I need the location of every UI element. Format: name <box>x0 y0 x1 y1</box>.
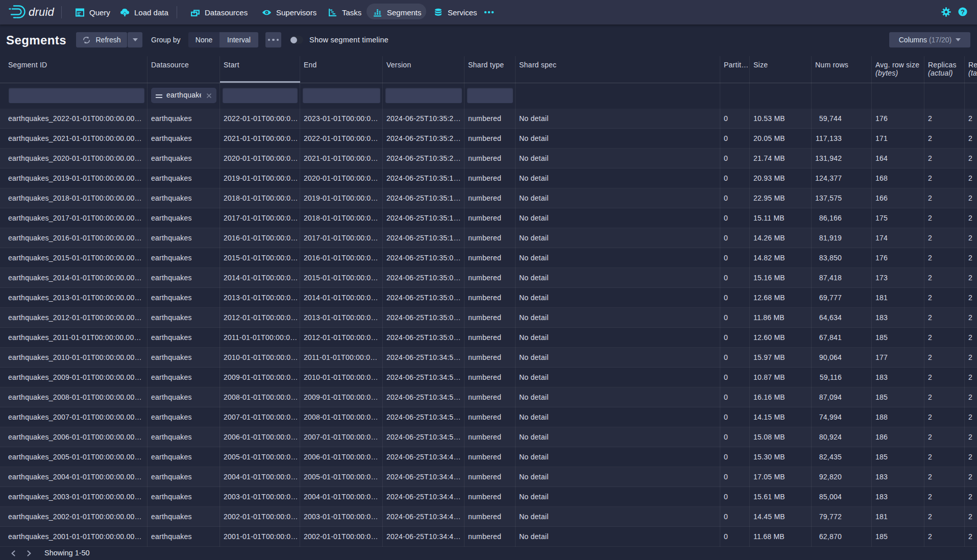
svg-text:?: ? <box>961 8 965 16</box>
